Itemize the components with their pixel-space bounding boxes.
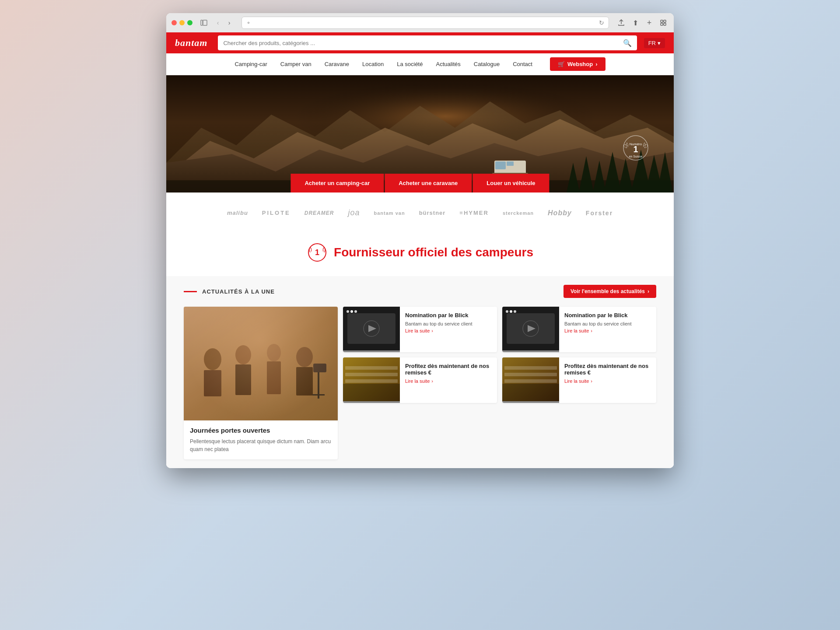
supplier-section: 1 Fournisseur officiel des campeurs: [166, 233, 674, 276]
rent-vehicle-btn[interactable]: Louer un véhicule: [472, 174, 549, 192]
svg-point-37: [267, 344, 281, 361]
news-card-1-image: [343, 307, 400, 352]
news-card-3-read-more[interactable]: Lire la suite ›: [405, 378, 492, 384]
brand-malibu[interactable]: malibu: [227, 210, 248, 216]
sidebar-icon[interactable]: [199, 18, 209, 28]
news-card-4-title: Profitez dès maintenant de nos remises €: [564, 363, 651, 376]
nav-caravane[interactable]: Caravane: [325, 61, 349, 67]
nav-buttons: ‹ ›: [213, 18, 234, 28]
svg-text:en Suisse: en Suisse: [629, 155, 643, 158]
nav-camper-van[interactable]: Camper van: [280, 61, 312, 67]
news-card-4[interactable]: Profitez dès maintenant de nos remises €…: [502, 357, 656, 403]
card-2-illustration: [502, 307, 559, 350]
svg-rect-0: [201, 20, 203, 25]
news-card-3[interactable]: Profitez dès maintenant de nos remises €…: [343, 357, 497, 403]
news-card-2-subtitle: Bantam au top du service client: [564, 321, 651, 326]
privacy-icon: ⚬: [246, 20, 251, 26]
svg-rect-50: [343, 384, 400, 401]
add-tab-icon[interactable]: +: [644, 18, 654, 28]
news-column-3: Nomination par le Blick Bantam au top du…: [502, 307, 656, 403]
search-input[interactable]: [223, 40, 619, 46]
dot-yellow[interactable]: [179, 20, 185, 25]
nav-actualites[interactable]: Actualités: [436, 61, 460, 67]
dot-2: [510, 310, 512, 313]
news-card-3-title: Profitez dès maintenant de nos remises €: [405, 363, 492, 376]
svg-text:1: 1: [315, 248, 319, 257]
svg-point-35: [235, 345, 251, 364]
video-indicator-2: [506, 310, 516, 313]
browser-toolbar: ‹ › ⚬ ↻ ⬆ +: [166, 13, 674, 32]
news-card-4-read-more[interactable]: Lire la suite ›: [564, 378, 651, 384]
news-column-2: Nomination par le Blick Bantam au top du…: [343, 307, 497, 403]
buy-camping-car-btn[interactable]: Acheter un camping-car: [290, 174, 384, 192]
news-card-4-image: [502, 357, 559, 403]
browser-window: ‹ › ⚬ ↻ ⬆ + bantam 🔍: [166, 13, 674, 468]
nav-location[interactable]: Location: [362, 61, 384, 67]
browser-dots: [172, 20, 192, 25]
news-card-large[interactable]: Journées portes ouvertes Pellentesque le…: [184, 307, 338, 459]
dot-3: [354, 310, 357, 313]
upload-icon[interactable]: ⬆: [630, 18, 640, 28]
svg-rect-60: [504, 366, 557, 370]
reload-icon[interactable]: ↻: [599, 19, 604, 26]
svg-rect-36: [235, 364, 251, 395]
svg-rect-18: [495, 161, 506, 169]
news-line-decoration: [184, 291, 197, 292]
search-bar[interactable]: 🔍: [218, 35, 637, 50]
news-title-group: ACTUALITÉS À LA UNE: [184, 288, 275, 295]
news-card-3-image: [343, 357, 400, 403]
svg-rect-62: [504, 379, 557, 383]
brand-bantam-van[interactable]: bantam van: [374, 210, 405, 216]
svg-rect-38: [267, 361, 281, 394]
news-section: ACTUALITÉS À LA UNE Voir l'ensemble des …: [166, 276, 674, 468]
news-card-2[interactable]: Nomination par le Blick Bantam au top du…: [502, 307, 656, 352]
news-card-1-read-more[interactable]: Lire la suite ›: [405, 328, 492, 333]
svg-rect-41: [313, 364, 326, 372]
svg-rect-5: [664, 23, 666, 25]
news-card-1-body: Nomination par le Blick Bantam au top du…: [400, 307, 497, 352]
nav-camping-car[interactable]: Camping-car: [234, 61, 267, 67]
navbar: Camping-car Camper van Caravane Location…: [166, 53, 674, 75]
see-all-news-button[interactable]: Voir l'ensemble des actualités ›: [564, 285, 656, 298]
brand-hymer[interactable]: ≡HYMER: [459, 210, 489, 216]
site-logo[interactable]: bantam: [175, 37, 207, 49]
svg-rect-59: [502, 384, 559, 401]
windows-icon[interactable]: [658, 18, 668, 28]
brand-forster[interactable]: Forster: [586, 210, 613, 217]
dot-3: [514, 310, 516, 313]
brand-hobby[interactable]: Hobby: [548, 209, 572, 217]
dot-green[interactable]: [187, 20, 192, 25]
brand-sterckeman[interactable]: sterckeman: [503, 210, 534, 216]
cart-icon: 🛒: [558, 61, 565, 67]
svg-rect-61: [504, 373, 557, 376]
language-button[interactable]: FR ▾: [644, 38, 665, 48]
forward-button[interactable]: ›: [224, 18, 234, 28]
dot-1: [506, 310, 508, 313]
brand-joa[interactable]: joa: [348, 208, 360, 217]
nav-contact[interactable]: Contact: [513, 61, 532, 67]
share-icon[interactable]: [616, 18, 626, 28]
svg-rect-32: [184, 307, 338, 420]
brand-burstner[interactable]: bürstner: [419, 210, 446, 216]
address-bar[interactable]: ⚬ ↻: [242, 17, 609, 29]
site-content: bantam 🔍 FR ▾ Camping-car Camper van Car…: [166, 32, 674, 468]
nav-la-societe[interactable]: La société: [397, 61, 423, 67]
svg-rect-51: [345, 366, 398, 370]
brand-pilote[interactable]: PILOTE: [262, 210, 290, 216]
svg-rect-4: [661, 23, 663, 25]
hero-ctas: Acheter un camping-car Acheter une carav…: [290, 174, 549, 192]
brand-dreamer[interactable]: DREAMER: [304, 210, 334, 216]
news-card-large-title: Journées portes ouvertes: [190, 427, 332, 434]
news-card-1[interactable]: Nomination par le Blick Bantam au top du…: [343, 307, 497, 352]
nav-catalogue[interactable]: Catalogue: [474, 61, 500, 67]
back-button[interactable]: ‹: [213, 18, 223, 28]
people-illustration: [184, 307, 338, 420]
webshop-button[interactable]: 🛒 Webshop ›: [550, 57, 606, 71]
svg-rect-2: [661, 20, 663, 22]
search-icon[interactable]: 🔍: [623, 39, 632, 47]
dot-red[interactable]: [172, 20, 177, 25]
news-section-title: ACTUALITÉS À LA UNE: [202, 288, 275, 295]
buy-caravane-btn[interactable]: Acheter une caravane: [385, 174, 472, 192]
svg-rect-52: [345, 373, 398, 376]
news-card-2-read-more[interactable]: Lire la suite ›: [564, 328, 651, 333]
